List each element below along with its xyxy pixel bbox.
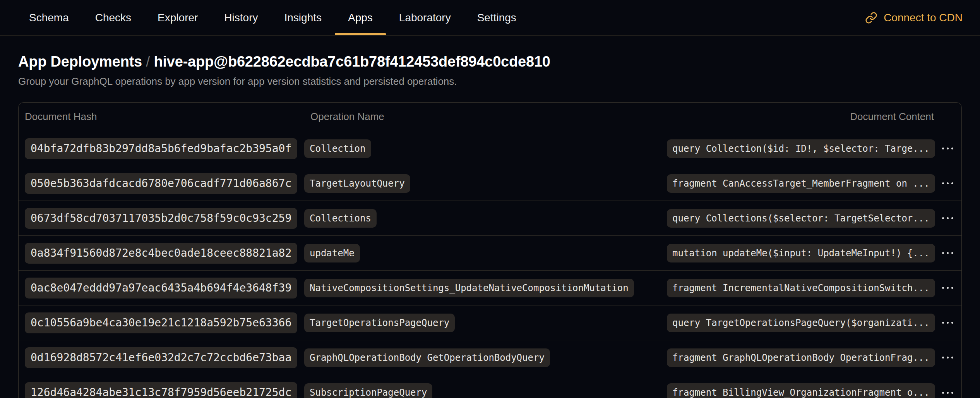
nav-tab-settings[interactable]: Settings: [464, 0, 529, 35]
ellipsis-icon: [942, 182, 953, 184]
top-navigation: Schema Checks Explorer History Insights …: [0, 0, 980, 36]
column-header-document-hash: Document Hash: [19, 111, 304, 123]
deployments-table: Document Hash Operation Name Document Co…: [18, 102, 962, 398]
operation-name-chip: NativeCompositionSettings_UpdateNativeCo…: [304, 279, 634, 297]
row-actions-button[interactable]: [939, 142, 956, 155]
document-hash-chip: 04bfa72dfb83b297dd8a5b6fed9bafac2b395a0f: [25, 138, 297, 159]
connect-to-cdn-label: Connect to CDN: [884, 12, 963, 24]
table-row: 0ac8e047eddd97a97eac6435a4b694f4e3648f39…: [19, 271, 961, 305]
table-row: 126d46a4284abe31c13c78f7959d56eeb21725dc…: [19, 375, 961, 398]
nav-tab-history[interactable]: History: [211, 0, 271, 35]
nav-tab-checks[interactable]: Checks: [82, 0, 144, 35]
table-row: 0a834f91560d872e8c4bec0ade18ceec88821a82…: [19, 236, 961, 271]
document-hash-chip: 0d16928d8572c41ef6e032d2c7c72ccbd6e73baa: [25, 347, 297, 368]
breadcrumb-separator: /: [142, 53, 154, 70]
ellipsis-icon: [942, 357, 953, 359]
ellipsis-icon: [942, 252, 953, 254]
table-row: 0673df58cd7037117035b2d0c758f59c0c93c259…: [19, 201, 961, 236]
nav-tab-apps[interactable]: Apps: [335, 0, 386, 35]
operation-name-chip: TargetOperationsPageQuery: [304, 314, 455, 332]
document-content-chip: mutation updateMe($input: UpdateMeInput!…: [667, 244, 935, 262]
operation-name-chip: TargetLayoutQuery: [304, 174, 410, 193]
link-icon: [865, 12, 877, 24]
breadcrumb: App Deployments/hive-app@b622862ecdba7c6…: [18, 53, 962, 70]
column-header-document-content: Document Content: [667, 111, 934, 123]
operation-name-chip: updateMe: [304, 244, 360, 262]
document-hash-chip: 050e5b363dafdcacd6780e706cadf771d06a867c: [25, 173, 297, 194]
document-content-chip: query TargetOperationsPageQuery($organiz…: [667, 314, 935, 332]
nav-tab-schema[interactable]: Schema: [16, 0, 82, 35]
nav-spacer: [529, 0, 865, 35]
table-row: 0d16928d8572c41ef6e032d2c7c72ccbd6e73baa…: [19, 340, 961, 375]
nav-tab-laboratory[interactable]: Laboratory: [386, 0, 464, 35]
document-hash-chip: 0a834f91560d872e8c4bec0ade18ceec88821a82: [25, 243, 297, 264]
ellipsis-icon: [942, 322, 953, 324]
row-actions-button[interactable]: [939, 386, 956, 398]
document-content-chip: query Collections($selector: TargetSelec…: [667, 209, 935, 228]
main-content: App Deployments/hive-app@b622862ecdba7c6…: [0, 53, 980, 398]
breadcrumb-section[interactable]: App Deployments: [18, 53, 142, 70]
nav-tab-explorer[interactable]: Explorer: [144, 0, 211, 35]
operation-name-chip: GraphQLOperationBody_GetOperationBodyQue…: [304, 348, 550, 367]
document-hash-chip: 0c10556a9be4ca30e19e21c1218a592b75e63366: [25, 312, 297, 333]
operation-name-chip: Collection: [304, 139, 371, 158]
table-header-row: Document Hash Operation Name Document Co…: [19, 103, 961, 131]
document-content-chip: fragment CanAccessTarget_MemberFragment …: [667, 174, 935, 193]
operation-name-chip: SubscriptionPageQuery: [304, 383, 432, 398]
document-hash-chip: 0673df58cd7037117035b2d0c758f59c0c93c259: [25, 208, 297, 229]
document-content-chip: query Collection($id: ID!, $selector: Ta…: [667, 139, 935, 158]
row-actions-button[interactable]: [939, 281, 956, 294]
nav-tab-insights[interactable]: Insights: [271, 0, 335, 35]
column-header-operation-name: Operation Name: [304, 111, 667, 123]
table-row: 0c10556a9be4ca30e19e21c1218a592b75e63366…: [19, 305, 961, 340]
ellipsis-icon: [942, 392, 953, 394]
document-content-chip: fragment GraphQLOperationBody_OperationF…: [667, 348, 935, 367]
document-content-chip: fragment BillingView_OrganizationFragmen…: [667, 383, 935, 398]
operation-name-chip: Collections: [304, 209, 377, 228]
row-actions-button[interactable]: [939, 212, 956, 225]
row-actions-button[interactable]: [939, 247, 956, 259]
document-content-chip: fragment IncrementalNativeCompositionSwi…: [667, 279, 935, 297]
breadcrumb-app-id: hive-app@b622862ecdba7c61b78f412453def89…: [154, 53, 550, 70]
ellipsis-icon: [942, 217, 953, 219]
document-hash-chip: 0ac8e047eddd97a97eac6435a4b694f4e3648f39: [25, 278, 297, 298]
document-hash-chip: 126d46a4284abe31c13c78f7959d56eeb21725dc: [25, 382, 297, 398]
connect-to-cdn-link[interactable]: Connect to CDN: [865, 0, 963, 35]
nav-tabs: Schema Checks Explorer History Insights …: [16, 0, 529, 35]
ellipsis-icon: [942, 148, 953, 149]
row-actions-button[interactable]: [939, 316, 956, 329]
row-actions-button[interactable]: [939, 351, 956, 364]
table-row: 050e5b363dafdcacd6780e706cadf771d06a867c…: [19, 166, 961, 201]
page-subtitle: Group your GraphQL operations by app ver…: [18, 75, 962, 87]
table-row: 04bfa72dfb83b297dd8a5b6fed9bafac2b395a0f…: [19, 131, 961, 166]
ellipsis-icon: [942, 287, 953, 289]
row-actions-button[interactable]: [939, 177, 956, 190]
